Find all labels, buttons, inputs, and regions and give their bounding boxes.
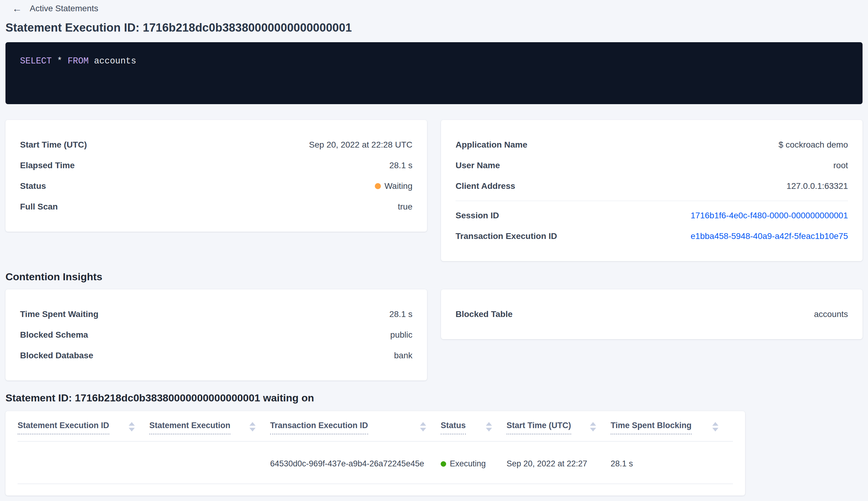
- row-application-name: Application Name $ cockroach demo: [456, 135, 848, 155]
- row-blocked-table: Blocked Table accounts: [456, 304, 848, 324]
- waiting-on-table: Statement Execution ID Statement Executi…: [18, 411, 733, 484]
- sort-icon[interactable]: [486, 421, 492, 431]
- elapsed-time-value: 28.1 s: [389, 161, 412, 170]
- row-client-address: Client Address 127.0.0.1:63321: [456, 176, 848, 196]
- status-waiting-dot-icon: [375, 183, 381, 189]
- start-time-label: Start Time (UTC): [20, 140, 87, 150]
- row-start-time: Start Time (UTC) Sep 20, 2022 at 22:28 U…: [20, 135, 412, 155]
- row-blocked-schema: Blocked Schema public: [20, 324, 412, 345]
- statement-details-page: ← Active Statements Statement Execution …: [0, 0, 868, 495]
- statement-execution-header-label: Statement Execution: [149, 421, 230, 435]
- blocked-schema-value: public: [390, 330, 412, 340]
- sort-icon[interactable]: [420, 421, 426, 431]
- sql-identifier: accounts: [94, 56, 136, 66]
- sort-icon[interactable]: [712, 421, 718, 431]
- column-header-start-time[interactable]: Start Time (UTC): [507, 411, 611, 441]
- breadcrumb-back-active-statements[interactable]: ← Active Statements: [12, 0, 98, 13]
- client-address-label: Client Address: [456, 181, 516, 191]
- client-address-value: 127.0.0.1:63321: [786, 181, 848, 191]
- page-title: Statement Execution ID: 1716b218dc0b3838…: [6, 21, 862, 34]
- full-scan-label: Full Scan: [20, 202, 58, 212]
- cell-statement-execution-id: [18, 441, 149, 484]
- session-details-card: Application Name $ cockroach demo User N…: [441, 120, 862, 261]
- status-executing-dot-icon: [441, 461, 446, 467]
- row-time-spent-waiting: Time Spent Waiting 28.1 s: [20, 304, 412, 324]
- column-header-transaction-execution-id[interactable]: Transaction Execution ID: [270, 411, 441, 441]
- time-spent-waiting-value: 28.1 s: [389, 309, 412, 319]
- table-header-row: Statement Execution ID Statement Executi…: [18, 411, 733, 441]
- contention-cards-row: Time Spent Waiting 28.1 s Blocked Schema…: [6, 289, 862, 381]
- elapsed-time-label: Elapsed Time: [20, 161, 75, 170]
- sql-keyword-from: FROM: [68, 56, 89, 66]
- statement-execution-id-header-label: Statement Execution ID: [18, 421, 109, 435]
- start-time-header-label: Start Time (UTC): [507, 421, 571, 435]
- sql-statement-box: SELECT * FROM accounts: [6, 42, 862, 104]
- user-name-label: User Name: [456, 161, 500, 170]
- blocked-database-label: Blocked Database: [20, 351, 93, 360]
- cell-start-time: Sep 20, 2022 at 22:27: [507, 441, 611, 484]
- cell-transaction-execution-id: 64530d0c-969f-437e-a9b4-26a72245e45e: [270, 441, 441, 484]
- start-time-value: Sep 20, 2022 at 22:28 UTC: [309, 140, 412, 150]
- transaction-execution-id-link[interactable]: e1bba458-5948-40a9-a42f-5feac1b10e75: [691, 231, 848, 241]
- row-session-id: Session ID 1716b1f6-4e0c-f480-0000-00000…: [456, 205, 848, 226]
- blocked-database-value: bank: [394, 351, 412, 360]
- row-status: Status Waiting: [20, 176, 412, 196]
- back-arrow-icon: ←: [12, 4, 22, 13]
- session-id-link[interactable]: 1716b1f6-4e0c-f480-0000-000000000001: [691, 211, 848, 221]
- full-scan-value: true: [398, 202, 412, 212]
- status-executing-text: Executing: [450, 459, 486, 469]
- status-header-label: Status: [441, 421, 466, 435]
- sort-icon[interactable]: [249, 421, 256, 431]
- user-name-value: root: [833, 161, 848, 170]
- sort-icon[interactable]: [590, 421, 596, 431]
- blocked-table-value: accounts: [814, 309, 848, 319]
- cell-time-spent-blocking: 28.1 s: [611, 441, 733, 484]
- blocked-table-label: Blocked Table: [456, 309, 513, 319]
- overview-cards-row: Start Time (UTC) Sep 20, 2022 at 22:28 U…: [6, 120, 862, 261]
- column-header-status[interactable]: Status: [441, 411, 507, 441]
- status-label: Status: [20, 181, 46, 191]
- time-spent-waiting-label: Time Spent Waiting: [20, 309, 98, 319]
- session-id-label: Session ID: [456, 211, 499, 221]
- session-card-divider: [456, 201, 848, 201]
- row-user-name: User Name root: [456, 155, 848, 176]
- transaction-execution-id-label: Transaction Execution ID: [456, 231, 557, 241]
- cell-status: Executing: [441, 441, 507, 484]
- breadcrumb-label: Active Statements: [30, 4, 98, 13]
- row-blocked-database: Blocked Database bank: [20, 345, 412, 366]
- sort-icon[interactable]: [129, 421, 135, 431]
- status-waiting-text: Waiting: [384, 181, 412, 191]
- transaction-execution-id-header-label: Transaction Execution ID: [270, 421, 368, 435]
- column-header-statement-execution-id[interactable]: Statement Execution ID: [18, 411, 149, 441]
- execution-details-card: Start Time (UTC) Sep 20, 2022 at 22:28 U…: [6, 120, 427, 232]
- column-header-time-spent-blocking[interactable]: Time Spent Blocking: [611, 411, 733, 441]
- waiting-on-table-card: Statement Execution ID Statement Executi…: [6, 411, 745, 495]
- blocked-schema-label: Blocked Schema: [20, 330, 88, 340]
- cell-statement-execution: [149, 441, 270, 484]
- contention-waiting-card: Time Spent Waiting 28.1 s Blocked Schema…: [6, 289, 427, 381]
- application-name-value: $ cockroach demo: [779, 140, 848, 150]
- column-header-statement-execution[interactable]: Statement Execution: [149, 411, 270, 441]
- row-elapsed-time: Elapsed Time 28.1 s: [20, 155, 412, 176]
- status-value: Waiting: [375, 181, 412, 191]
- sql-star: *: [57, 56, 62, 66]
- contention-insights-heading: Contention Insights: [6, 271, 862, 283]
- time-spent-blocking-header-label: Time Spent Blocking: [611, 421, 692, 435]
- waiting-on-heading: Statement ID: 1716b218dc0b38380000000000…: [6, 392, 862, 404]
- application-name-label: Application Name: [456, 140, 527, 150]
- contention-blocked-table-card: Blocked Table accounts: [441, 289, 862, 339]
- sql-keyword-select: SELECT: [20, 56, 52, 66]
- row-transaction-execution-id: Transaction Execution ID e1bba458-5948-4…: [456, 226, 848, 247]
- row-full-scan: Full Scan true: [20, 196, 412, 217]
- table-row: 64530d0c-969f-437e-a9b4-26a72245e45e Exe…: [18, 441, 733, 484]
